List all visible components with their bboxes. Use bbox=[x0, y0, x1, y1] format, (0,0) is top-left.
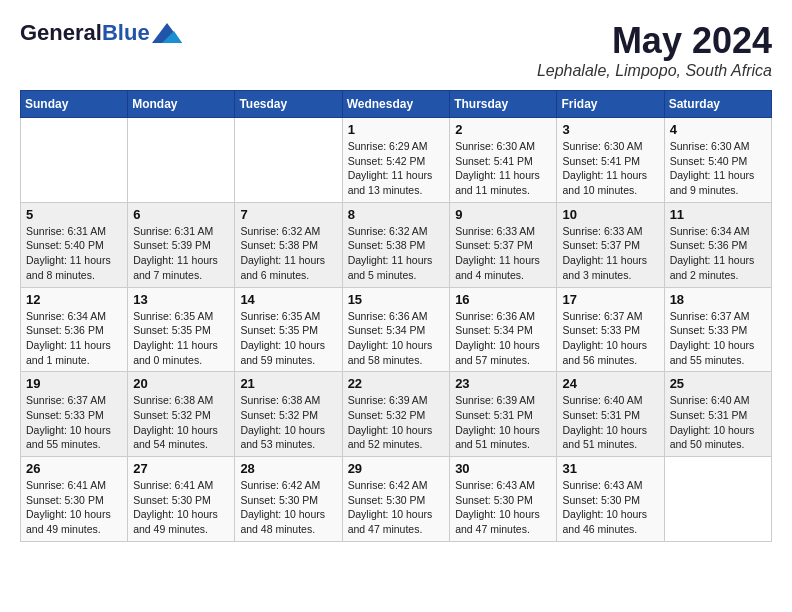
logo-general: General bbox=[20, 20, 102, 45]
day-info: Sunrise: 6:43 AMSunset: 5:30 PMDaylight:… bbox=[455, 478, 551, 537]
day-number: 13 bbox=[133, 292, 229, 307]
day-info: Sunrise: 6:31 AMSunset: 5:40 PMDaylight:… bbox=[26, 224, 122, 283]
day-number: 3 bbox=[562, 122, 658, 137]
day-number: 7 bbox=[240, 207, 336, 222]
day-number: 18 bbox=[670, 292, 766, 307]
week-row-0: 1Sunrise: 6:29 AMSunset: 5:42 PMDaylight… bbox=[21, 118, 772, 203]
day-info: Sunrise: 6:36 AMSunset: 5:34 PMDaylight:… bbox=[348, 309, 445, 368]
day-cell: 1Sunrise: 6:29 AMSunset: 5:42 PMDaylight… bbox=[342, 118, 450, 203]
day-cell: 29Sunrise: 6:42 AMSunset: 5:30 PMDayligh… bbox=[342, 457, 450, 542]
day-cell: 25Sunrise: 6:40 AMSunset: 5:31 PMDayligh… bbox=[664, 372, 771, 457]
day-number: 8 bbox=[348, 207, 445, 222]
day-number: 31 bbox=[562, 461, 658, 476]
day-info: Sunrise: 6:38 AMSunset: 5:32 PMDaylight:… bbox=[133, 393, 229, 452]
day-number: 2 bbox=[455, 122, 551, 137]
day-info: Sunrise: 6:30 AMSunset: 5:41 PMDaylight:… bbox=[455, 139, 551, 198]
day-cell: 12Sunrise: 6:34 AMSunset: 5:36 PMDayligh… bbox=[21, 287, 128, 372]
day-number: 20 bbox=[133, 376, 229, 391]
day-cell: 26Sunrise: 6:41 AMSunset: 5:30 PMDayligh… bbox=[21, 457, 128, 542]
day-info: Sunrise: 6:42 AMSunset: 5:30 PMDaylight:… bbox=[240, 478, 336, 537]
day-cell: 24Sunrise: 6:40 AMSunset: 5:31 PMDayligh… bbox=[557, 372, 664, 457]
day-number: 29 bbox=[348, 461, 445, 476]
header-monday: Monday bbox=[128, 91, 235, 118]
day-cell: 3Sunrise: 6:30 AMSunset: 5:41 PMDaylight… bbox=[557, 118, 664, 203]
logo-blue: Blue bbox=[102, 20, 150, 45]
day-cell: 2Sunrise: 6:30 AMSunset: 5:41 PMDaylight… bbox=[450, 118, 557, 203]
day-cell: 28Sunrise: 6:42 AMSunset: 5:30 PMDayligh… bbox=[235, 457, 342, 542]
logo: GeneralBlue bbox=[20, 20, 182, 46]
day-number: 4 bbox=[670, 122, 766, 137]
day-cell: 22Sunrise: 6:39 AMSunset: 5:32 PMDayligh… bbox=[342, 372, 450, 457]
week-row-1: 5Sunrise: 6:31 AMSunset: 5:40 PMDaylight… bbox=[21, 202, 772, 287]
day-number: 12 bbox=[26, 292, 122, 307]
day-info: Sunrise: 6:29 AMSunset: 5:42 PMDaylight:… bbox=[348, 139, 445, 198]
day-number: 24 bbox=[562, 376, 658, 391]
day-number: 1 bbox=[348, 122, 445, 137]
day-info: Sunrise: 6:33 AMSunset: 5:37 PMDaylight:… bbox=[562, 224, 658, 283]
header-friday: Friday bbox=[557, 91, 664, 118]
day-info: Sunrise: 6:40 AMSunset: 5:31 PMDaylight:… bbox=[670, 393, 766, 452]
day-number: 17 bbox=[562, 292, 658, 307]
day-info: Sunrise: 6:30 AMSunset: 5:41 PMDaylight:… bbox=[562, 139, 658, 198]
day-info: Sunrise: 6:39 AMSunset: 5:32 PMDaylight:… bbox=[348, 393, 445, 452]
day-cell: 20Sunrise: 6:38 AMSunset: 5:32 PMDayligh… bbox=[128, 372, 235, 457]
day-info: Sunrise: 6:37 AMSunset: 5:33 PMDaylight:… bbox=[26, 393, 122, 452]
day-cell: 13Sunrise: 6:35 AMSunset: 5:35 PMDayligh… bbox=[128, 287, 235, 372]
day-cell: 5Sunrise: 6:31 AMSunset: 5:40 PMDaylight… bbox=[21, 202, 128, 287]
day-cell: 10Sunrise: 6:33 AMSunset: 5:37 PMDayligh… bbox=[557, 202, 664, 287]
location-title: Lephalale, Limpopo, South Africa bbox=[537, 62, 772, 80]
day-number: 25 bbox=[670, 376, 766, 391]
day-cell: 4Sunrise: 6:30 AMSunset: 5:40 PMDaylight… bbox=[664, 118, 771, 203]
logo-icon bbox=[152, 23, 182, 43]
day-cell: 18Sunrise: 6:37 AMSunset: 5:33 PMDayligh… bbox=[664, 287, 771, 372]
calendar: SundayMondayTuesdayWednesdayThursdayFrid… bbox=[20, 90, 772, 542]
week-row-2: 12Sunrise: 6:34 AMSunset: 5:36 PMDayligh… bbox=[21, 287, 772, 372]
header-tuesday: Tuesday bbox=[235, 91, 342, 118]
day-cell bbox=[664, 457, 771, 542]
week-row-3: 19Sunrise: 6:37 AMSunset: 5:33 PMDayligh… bbox=[21, 372, 772, 457]
day-info: Sunrise: 6:36 AMSunset: 5:34 PMDaylight:… bbox=[455, 309, 551, 368]
day-info: Sunrise: 6:42 AMSunset: 5:30 PMDaylight:… bbox=[348, 478, 445, 537]
day-info: Sunrise: 6:30 AMSunset: 5:40 PMDaylight:… bbox=[670, 139, 766, 198]
week-row-4: 26Sunrise: 6:41 AMSunset: 5:30 PMDayligh… bbox=[21, 457, 772, 542]
day-info: Sunrise: 6:37 AMSunset: 5:33 PMDaylight:… bbox=[670, 309, 766, 368]
day-info: Sunrise: 6:33 AMSunset: 5:37 PMDaylight:… bbox=[455, 224, 551, 283]
header-sunday: Sunday bbox=[21, 91, 128, 118]
day-number: 6 bbox=[133, 207, 229, 222]
day-number: 26 bbox=[26, 461, 122, 476]
day-cell: 30Sunrise: 6:43 AMSunset: 5:30 PMDayligh… bbox=[450, 457, 557, 542]
day-cell: 21Sunrise: 6:38 AMSunset: 5:32 PMDayligh… bbox=[235, 372, 342, 457]
header-saturday: Saturday bbox=[664, 91, 771, 118]
day-info: Sunrise: 6:32 AMSunset: 5:38 PMDaylight:… bbox=[240, 224, 336, 283]
day-cell: 17Sunrise: 6:37 AMSunset: 5:33 PMDayligh… bbox=[557, 287, 664, 372]
day-number: 14 bbox=[240, 292, 336, 307]
day-cell: 6Sunrise: 6:31 AMSunset: 5:39 PMDaylight… bbox=[128, 202, 235, 287]
day-cell: 11Sunrise: 6:34 AMSunset: 5:36 PMDayligh… bbox=[664, 202, 771, 287]
day-info: Sunrise: 6:35 AMSunset: 5:35 PMDaylight:… bbox=[240, 309, 336, 368]
day-cell bbox=[21, 118, 128, 203]
day-info: Sunrise: 6:39 AMSunset: 5:31 PMDaylight:… bbox=[455, 393, 551, 452]
header-wednesday: Wednesday bbox=[342, 91, 450, 118]
day-cell: 14Sunrise: 6:35 AMSunset: 5:35 PMDayligh… bbox=[235, 287, 342, 372]
day-info: Sunrise: 6:41 AMSunset: 5:30 PMDaylight:… bbox=[133, 478, 229, 537]
day-cell: 27Sunrise: 6:41 AMSunset: 5:30 PMDayligh… bbox=[128, 457, 235, 542]
day-cell: 31Sunrise: 6:43 AMSunset: 5:30 PMDayligh… bbox=[557, 457, 664, 542]
header: GeneralBlue May 2024 Lephalale, Limpopo,… bbox=[20, 20, 772, 80]
day-number: 21 bbox=[240, 376, 336, 391]
day-info: Sunrise: 6:37 AMSunset: 5:33 PMDaylight:… bbox=[562, 309, 658, 368]
day-number: 15 bbox=[348, 292, 445, 307]
day-number: 16 bbox=[455, 292, 551, 307]
day-number: 23 bbox=[455, 376, 551, 391]
day-info: Sunrise: 6:38 AMSunset: 5:32 PMDaylight:… bbox=[240, 393, 336, 452]
day-number: 28 bbox=[240, 461, 336, 476]
day-cell: 16Sunrise: 6:36 AMSunset: 5:34 PMDayligh… bbox=[450, 287, 557, 372]
day-cell bbox=[235, 118, 342, 203]
day-info: Sunrise: 6:34 AMSunset: 5:36 PMDaylight:… bbox=[26, 309, 122, 368]
day-cell: 19Sunrise: 6:37 AMSunset: 5:33 PMDayligh… bbox=[21, 372, 128, 457]
day-number: 9 bbox=[455, 207, 551, 222]
header-thursday: Thursday bbox=[450, 91, 557, 118]
day-cell: 8Sunrise: 6:32 AMSunset: 5:38 PMDaylight… bbox=[342, 202, 450, 287]
day-info: Sunrise: 6:35 AMSunset: 5:35 PMDaylight:… bbox=[133, 309, 229, 368]
day-info: Sunrise: 6:41 AMSunset: 5:30 PMDaylight:… bbox=[26, 478, 122, 537]
day-cell: 23Sunrise: 6:39 AMSunset: 5:31 PMDayligh… bbox=[450, 372, 557, 457]
